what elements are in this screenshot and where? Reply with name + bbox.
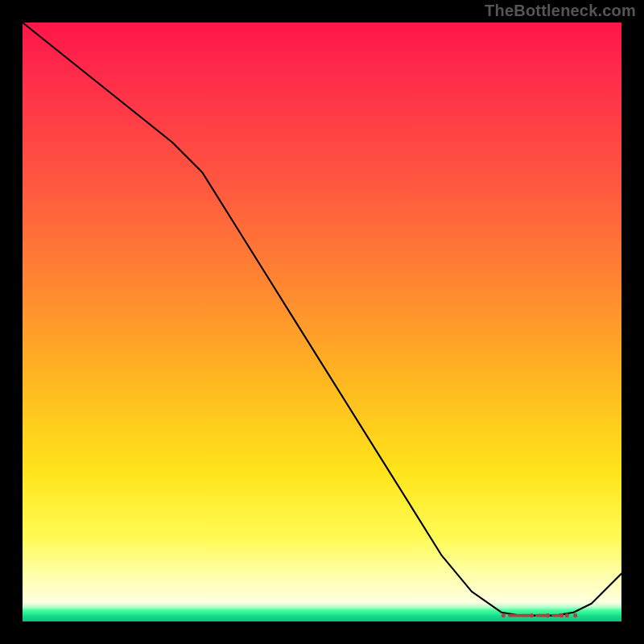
bottleneck-curve — [23, 23, 621, 616]
marker-dot — [530, 613, 534, 617]
marker-dot — [573, 613, 577, 617]
marker-dot — [559, 613, 564, 617]
chart-frame: TheBottleneck.com — [0, 0, 644, 644]
plot-area — [23, 23, 621, 621]
marker-dot — [565, 613, 569, 617]
marker-dot — [502, 613, 506, 617]
chart-overlay-svg — [23, 23, 621, 621]
marker-dot — [546, 613, 550, 617]
optimal-zone-markers — [502, 613, 578, 617]
attribution-text: TheBottleneck.com — [485, 2, 636, 20]
